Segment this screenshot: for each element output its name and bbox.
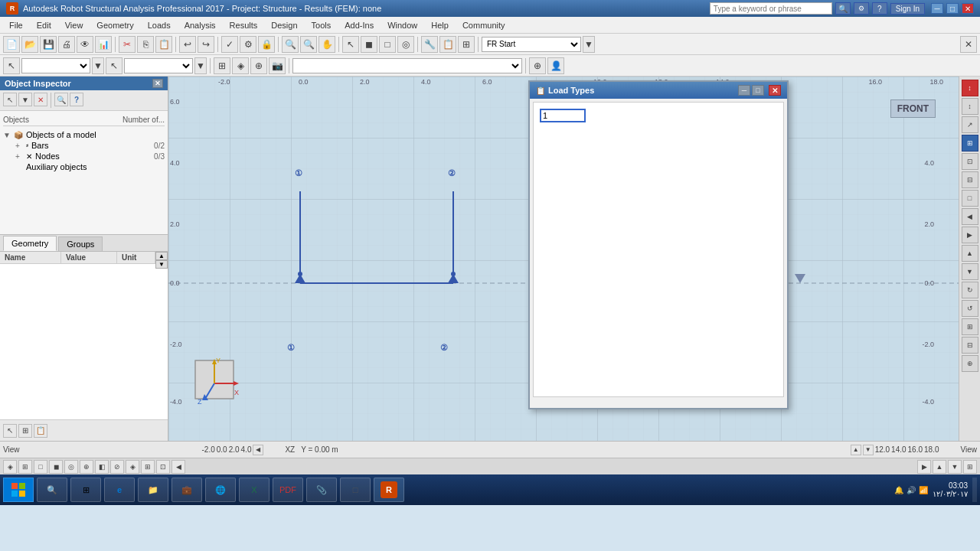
dialog-close-btn[interactable]: ✕ [769,85,781,96]
app10-btn[interactable]: □ [340,478,371,502]
tree-nodes[interactable]: + ✕ Nodes 0/3 [3,151,165,161]
camera-btn[interactable]: 📷 [269,57,286,74]
menu-geometry[interactable]: Geometry [90,19,139,31]
minimize-btn[interactable]: ─ [931,3,943,14]
help-icon[interactable]: ? [872,2,887,15]
results-btn[interactable]: 📊 [95,36,112,53]
menu-results[interactable]: Results [224,19,264,31]
snap-arrow[interactable]: ▼ [194,57,207,74]
cut-btn[interactable]: ✂ [119,36,136,53]
scroll-down-btn[interactable]: ▼ [155,260,168,269]
btm-btn1[interactable]: ◈ [3,460,17,474]
edge-btn[interactable]: e [104,478,135,502]
section-btn[interactable]: □ [379,36,396,53]
user-btn[interactable]: 👤 [547,57,564,74]
insp-help-btn[interactable]: ? [70,93,83,106]
taskview-btn[interactable]: ⊞ [70,478,101,502]
search-taskbar-btn[interactable]: 🔍 [37,478,67,502]
paste-btn[interactable]: 📋 [155,36,172,53]
bottom-icon2[interactable]: ⊞ [18,424,32,438]
insp-filter-btn[interactable]: ▼ [18,93,32,106]
dialog-minimize-btn[interactable]: ─ [738,85,750,96]
tools2-btn[interactable]: 🔧 [421,36,438,53]
btm-btn5[interactable]: ◎ [64,460,78,474]
cursor-btn[interactable]: ↖ [3,57,20,74]
btm-right-2[interactable]: ▲ [933,460,946,474]
menu-community[interactable]: Community [456,19,511,31]
menu-edit[interactable]: Edit [31,19,57,31]
menu-loads[interactable]: Loads [142,19,177,31]
btm-btn6[interactable]: ⊕ [80,460,93,474]
btm-btn3[interactable]: □ [34,460,47,474]
right-btn-8[interactable]: ◀ [962,208,978,225]
btm-btn2[interactable]: ⊞ [18,460,32,474]
node-btn[interactable]: ◎ [397,36,414,53]
btm-btn8[interactable]: ⊘ [110,460,124,474]
briefcase-btn[interactable]: 💼 [172,478,202,502]
undo-btn[interactable]: ↩ [179,36,196,53]
prop-btn[interactable]: 📋 [439,36,456,53]
snap-selector[interactable] [124,58,193,73]
menu-view[interactable]: View [59,19,90,31]
tab-groups[interactable]: Groups [58,236,103,251]
tree-model-root[interactable]: ▼ 📦 Objects of a model [3,129,165,140]
right-btn-10[interactable]: ▲ [962,245,978,262]
lock-btn[interactable]: 🔒 [258,36,275,53]
select-btn[interactable]: ↖ [342,36,359,53]
window-close[interactable]: ✕ [960,36,977,53]
show-desktop-btn[interactable] [972,478,977,502]
btm-btn7[interactable]: ◧ [95,460,109,474]
right-btn-16[interactable]: ⊕ [962,355,978,372]
btm-btn9[interactable]: ◈ [126,460,139,474]
pdf-btn[interactable]: PDF [273,478,303,502]
bottom-icon3[interactable]: 📋 [34,424,47,438]
copy-btn[interactable]: ⎘ [137,36,154,53]
coord-down-btn[interactable]: ▼ [863,445,874,455]
right-btn-12[interactable]: ↻ [962,282,978,298]
right-btn-3[interactable]: ↗ [962,116,978,133]
dialog-input-field[interactable] [540,109,586,122]
view-selector[interactable]: FR Start [482,37,581,52]
btm-btn10[interactable]: ⊞ [141,460,155,474]
dialog-restore-btn[interactable]: □ [752,85,764,96]
menu-addins[interactable]: Add-Ins [338,19,380,31]
menu-tools[interactable]: Tools [305,19,338,31]
toolbar-options-icon[interactable]: ⚙ [854,2,869,15]
right-btn-2[interactable]: ↕ [962,98,978,115]
tree-bars[interactable]: + ⸗ Bars 0/2 [3,140,165,151]
mode-arrow[interactable]: ▼ [92,57,104,74]
insp-delete-btn[interactable]: ✕ [34,93,47,106]
viewport[interactable]: ① ② ① ② ③ -2.0 0.0 2.0 4.0 6.0 6.0 4.0 2… [168,77,959,441]
verify-btn[interactable]: ✓ [221,36,238,53]
open-btn[interactable]: 📂 [21,36,38,53]
btm-right-3[interactable]: ▼ [948,460,962,474]
zoom2-btn[interactable]: 🔍 [300,36,317,53]
insp-search-btn[interactable]: 🔍 [54,93,68,106]
cursor2-btn[interactable]: ↖ [106,57,122,74]
btm-btn11[interactable]: ⊡ [156,460,170,474]
close-btn[interactable]: ✕ [962,3,974,14]
menu-file[interactable]: File [3,19,29,31]
pan-btn[interactable]: ✋ [318,36,335,53]
explorer-btn[interactable]: 📁 [138,478,168,502]
right-btn-1[interactable]: ↕ [962,80,978,96]
search-icon[interactable]: 🔍 [835,2,851,15]
start-btn[interactable] [3,478,34,502]
robot-app-btn[interactable]: R [374,478,404,502]
zoom-btn[interactable]: 🔍 [282,36,299,53]
menu-design[interactable]: Design [265,19,303,31]
btm-right-1[interactable]: ▶ [917,460,931,474]
display-btn[interactable]: ◼ [361,36,377,53]
scroll-up-btn[interactable]: ▲ [155,252,168,260]
scroll-left-btn[interactable]: ◀ [253,445,263,455]
snap-btn[interactable]: ◈ [232,57,249,74]
snap2-btn[interactable]: ⊕ [529,57,546,74]
menu-analysis[interactable]: Analysis [178,19,222,31]
search-input[interactable] [710,2,832,15]
network-icon[interactable]: 📶 [919,486,928,494]
right-btn-5[interactable]: ⊡ [962,153,978,170]
right-btn-9[interactable]: ▶ [962,227,978,243]
coord-up-btn[interactable]: ▲ [851,445,861,455]
right-btn-7[interactable]: □ [962,190,978,207]
save-btn[interactable]: 💾 [40,36,57,53]
